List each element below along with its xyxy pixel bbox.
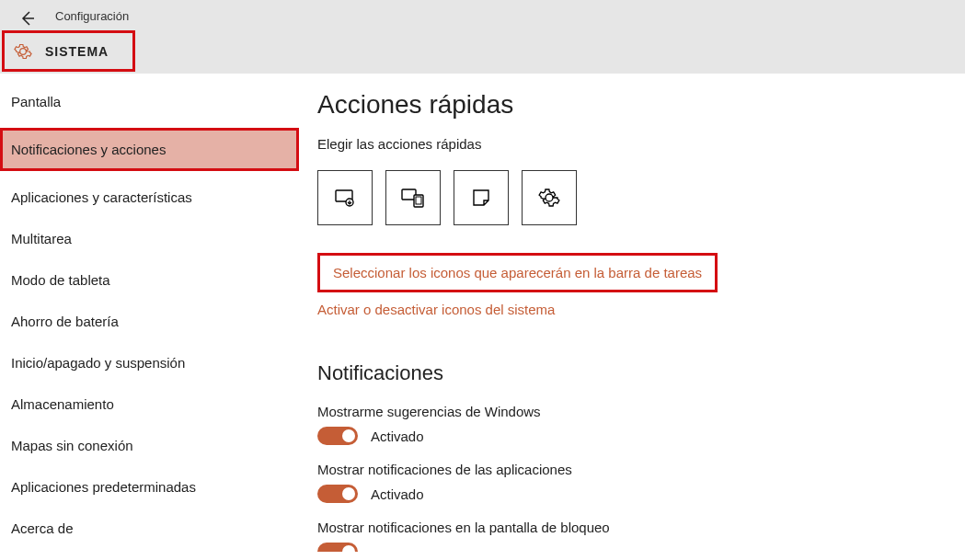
link-toggle-system-icons[interactable]: Activar o desactivar iconos del sistema — [317, 302, 555, 317]
sidebar-item-pantalla[interactable]: Pantalla — [0, 81, 299, 122]
sidebar-item-ahorro-bateria[interactable]: Ahorro de batería — [0, 301, 299, 342]
toggle-row-lockscreen-notifications — [317, 543, 965, 552]
section-title-notificaciones: Notificaciones — [317, 361, 965, 385]
quick-action-tile-note[interactable] — [454, 170, 509, 225]
system-label: SISTEMA — [45, 44, 109, 59]
sidebar-item-label: Almacenamiento — [11, 396, 114, 412]
connect-icon — [400, 187, 426, 209]
sidebar-item-aplicaciones[interactable]: Aplicaciones y características — [0, 177, 299, 218]
sidebar: Pantalla Notificaciones y acciones Aplic… — [0, 74, 299, 560]
sidebar-item-label: Multitarea — [11, 231, 72, 246]
note-icon — [471, 188, 491, 208]
sidebar-item-label: Acerca de — [11, 520, 74, 536]
sidebar-item-label: Notificaciones y acciones — [11, 142, 166, 157]
toggle-state-text: Activado — [371, 486, 424, 502]
quick-action-tile-tablet-mode[interactable] — [317, 170, 373, 225]
sidebar-item-mapas[interactable]: Mapas sin conexión — [0, 425, 299, 466]
section-title-acciones: Acciones rápidas — [317, 90, 965, 120]
toggle-switch-app-notifications[interactable] — [317, 485, 358, 503]
toggle-state-text: Activado — [371, 429, 424, 444]
back-arrow-icon — [18, 9, 37, 28]
sidebar-item-label: Ahorro de batería — [11, 314, 119, 329]
tablet-mode-icon — [333, 186, 357, 210]
sidebar-item-label: Aplicaciones y características — [11, 189, 192, 205]
header-bar: Configuración SISTEMA — [0, 0, 965, 74]
toggle-switch-suggestions[interactable] — [317, 427, 358, 445]
sidebar-item-notificaciones[interactable]: Notificaciones y acciones — [0, 128, 299, 171]
gear-icon — [14, 42, 32, 61]
toggle-switch-lockscreen-notifications[interactable] — [317, 543, 358, 552]
sidebar-item-label: Modo de tableta — [11, 272, 110, 288]
back-button[interactable] — [17, 7, 39, 29]
sidebar-item-label: Mapas sin conexión — [11, 438, 133, 453]
sidebar-item-label: Pantalla — [11, 94, 61, 109]
sidebar-item-inicio-apagado[interactable]: Inicio/apagado y suspensión — [0, 342, 299, 383]
section-subtitle: Elegir las acciones rápidas — [317, 136, 965, 152]
toggle-label: Mostrar notificaciones de las aplicacion… — [317, 462, 965, 477]
sidebar-item-acerca-de[interactable]: Acerca de — [0, 508, 299, 549]
sidebar-item-label: Inicio/apagado y suspensión — [11, 355, 185, 371]
toggle-label: Mostrar notificaciones en la pantalla de… — [317, 520, 965, 535]
toggle-label: Mostrarme sugerencias de Windows — [317, 404, 965, 419]
sidebar-item-apps-predeterminadas[interactable]: Aplicaciones predeterminadas — [0, 466, 299, 508]
link-select-taskbar-icons[interactable]: Seleccionar los iconos que aparecerán en… — [333, 265, 702, 280]
quick-action-tile-settings[interactable] — [522, 170, 577, 225]
app-title: Configuración — [55, 9, 129, 23]
sidebar-item-multitarea[interactable]: Multitarea — [0, 218, 299, 259]
sidebar-item-almacenamiento[interactable]: Almacenamiento — [0, 383, 299, 425]
link-highlight-taskbar-icons: Seleccionar los iconos que aparecerán en… — [317, 253, 718, 292]
toggle-row-suggestions: Activado — [317, 427, 965, 445]
toggle-row-app-notifications: Activado — [317, 485, 965, 503]
gear-icon — [538, 187, 560, 209]
sidebar-item-modo-tableta[interactable]: Modo de tableta — [0, 259, 299, 301]
quick-action-tiles — [317, 170, 965, 225]
sidebar-item-label: Aplicaciones predeterminadas — [11, 479, 196, 495]
quick-action-tile-connect[interactable] — [385, 170, 441, 225]
main-content: Acciones rápidas Elegir las acciones ráp… — [299, 74, 965, 560]
system-header-highlight[interactable]: SISTEMA — [2, 30, 135, 72]
